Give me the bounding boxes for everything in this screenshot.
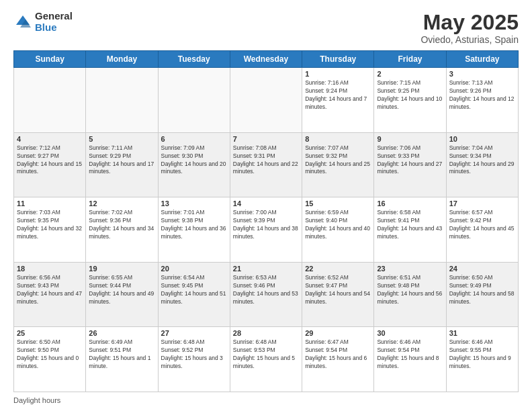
logo-general: General xyxy=(35,11,73,22)
cell-text: Sunrise: 6:49 AM Sunset: 9:51 PM Dayligh… xyxy=(89,338,154,371)
calendar-cell: 6Sunrise: 7:09 AM Sunset: 9:30 PM Daylig… xyxy=(158,132,230,197)
calendar-cell: 12Sunrise: 7:02 AM Sunset: 9:36 PM Dayli… xyxy=(86,197,158,263)
cell-text: Sunrise: 6:54 AM Sunset: 9:45 PM Dayligh… xyxy=(161,274,227,306)
calendar-header-row: SundayMondayTuesdayWednesdayThursdayFrid… xyxy=(14,51,519,68)
cell-text: Sunrise: 6:59 AM Sunset: 9:40 PM Dayligh… xyxy=(305,209,371,241)
calendar-header-saturday: Saturday xyxy=(446,51,518,68)
day-number: 17 xyxy=(449,199,515,208)
cell-text: Sunrise: 6:55 AM Sunset: 9:44 PM Dayligh… xyxy=(89,274,154,306)
day-number: 4 xyxy=(17,135,83,143)
cell-text: Sunrise: 7:09 AM Sunset: 9:30 PM Dayligh… xyxy=(161,144,227,177)
calendar-cell: 24Sunrise: 6:50 AM Sunset: 9:49 PM Dayli… xyxy=(446,262,518,327)
calendar-cell: 8Sunrise: 7:07 AM Sunset: 9:32 PM Daylig… xyxy=(302,132,374,197)
day-number: 8 xyxy=(305,135,371,143)
day-number: 22 xyxy=(305,265,371,273)
calendar-cell: 1Sunrise: 7:16 AM Sunset: 9:24 PM Daylig… xyxy=(302,68,374,133)
day-number: 23 xyxy=(377,265,443,273)
cell-text: Sunrise: 7:03 AM Sunset: 9:35 PM Dayligh… xyxy=(17,209,83,241)
cell-text: Sunrise: 7:01 AM Sunset: 9:38 PM Dayligh… xyxy=(161,209,227,241)
day-number: 26 xyxy=(89,329,154,337)
calendar-cell: 20Sunrise: 6:54 AM Sunset: 9:45 PM Dayli… xyxy=(158,262,230,327)
day-number: 2 xyxy=(377,70,443,78)
cell-text: Sunrise: 6:52 AM Sunset: 9:47 PM Dayligh… xyxy=(305,274,371,306)
day-number: 21 xyxy=(233,265,299,273)
cell-text: Sunrise: 7:15 AM Sunset: 9:25 PM Dayligh… xyxy=(377,79,443,111)
cell-text: Sunrise: 6:48 AM Sunset: 9:52 PM Dayligh… xyxy=(161,338,227,371)
day-number: 30 xyxy=(377,329,443,337)
cell-text: Sunrise: 7:07 AM Sunset: 9:32 PM Dayligh… xyxy=(305,144,371,177)
cell-text: Sunrise: 6:50 AM Sunset: 9:49 PM Dayligh… xyxy=(449,274,515,306)
calendar-cell: 3Sunrise: 7:13 AM Sunset: 9:26 PM Daylig… xyxy=(446,68,518,133)
header: General Blue May 2025 Oviedo, Asturias, … xyxy=(13,11,519,45)
calendar-cell: 27Sunrise: 6:48 AM Sunset: 9:52 PM Dayli… xyxy=(158,327,230,392)
day-number: 16 xyxy=(377,199,443,208)
logo-icon xyxy=(13,13,32,32)
day-number: 6 xyxy=(161,135,227,143)
day-number: 12 xyxy=(89,199,154,208)
calendar-cell: 15Sunrise: 6:59 AM Sunset: 9:40 PM Dayli… xyxy=(302,197,374,263)
calendar-cell: 14Sunrise: 7:00 AM Sunset: 9:39 PM Dayli… xyxy=(230,197,302,263)
calendar-header-tuesday: Tuesday xyxy=(158,51,230,68)
calendar-header-sunday: Sunday xyxy=(14,51,86,68)
day-number: 28 xyxy=(233,329,299,337)
logo-blue: Blue xyxy=(35,22,73,34)
calendar-cell xyxy=(86,68,158,133)
cell-text: Sunrise: 7:11 AM Sunset: 9:29 PM Dayligh… xyxy=(89,144,154,177)
calendar-header-friday: Friday xyxy=(374,51,446,68)
calendar-cell: 5Sunrise: 7:11 AM Sunset: 9:29 PM Daylig… xyxy=(86,132,158,197)
calendar-week-3: 11Sunrise: 7:03 AM Sunset: 9:35 PM Dayli… xyxy=(14,197,519,263)
cell-text: Sunrise: 6:58 AM Sunset: 9:41 PM Dayligh… xyxy=(377,209,443,241)
calendar-cell: 21Sunrise: 6:53 AM Sunset: 9:46 PM Dayli… xyxy=(230,262,302,327)
cell-text: Sunrise: 6:57 AM Sunset: 9:42 PM Dayligh… xyxy=(449,209,515,241)
calendar-week-2: 4Sunrise: 7:12 AM Sunset: 9:27 PM Daylig… xyxy=(14,132,519,197)
cell-text: Sunrise: 7:16 AM Sunset: 9:24 PM Dayligh… xyxy=(305,79,371,111)
calendar-header-wednesday: Wednesday xyxy=(230,51,302,68)
calendar-cell: 7Sunrise: 7:08 AM Sunset: 9:31 PM Daylig… xyxy=(230,132,302,197)
footer: Daylight hours xyxy=(13,396,519,404)
calendar-cell: 9Sunrise: 7:06 AM Sunset: 9:33 PM Daylig… xyxy=(374,132,446,197)
cell-text: Sunrise: 6:47 AM Sunset: 9:54 PM Dayligh… xyxy=(305,338,371,371)
cell-text: Sunrise: 6:48 AM Sunset: 9:53 PM Dayligh… xyxy=(233,338,299,371)
calendar-cell xyxy=(14,68,86,133)
day-number: 15 xyxy=(305,199,371,208)
calendar-cell: 30Sunrise: 6:46 AM Sunset: 9:54 PM Dayli… xyxy=(374,327,446,392)
cell-text: Sunrise: 7:13 AM Sunset: 9:26 PM Dayligh… xyxy=(449,79,515,111)
cell-text: Sunrise: 6:46 AM Sunset: 9:54 PM Dayligh… xyxy=(377,338,443,371)
calendar-cell: 2Sunrise: 7:15 AM Sunset: 9:25 PM Daylig… xyxy=(374,68,446,133)
calendar-cell: 19Sunrise: 6:55 AM Sunset: 9:44 PM Dayli… xyxy=(86,262,158,327)
day-number: 24 xyxy=(449,265,515,273)
calendar-table: SundayMondayTuesdayWednesdayThursdayFrid… xyxy=(13,50,519,392)
day-number: 9 xyxy=(377,135,443,143)
calendar-week-5: 25Sunrise: 6:50 AM Sunset: 9:50 PM Dayli… xyxy=(14,327,519,392)
day-number: 13 xyxy=(161,199,227,208)
logo-text: General Blue xyxy=(35,11,73,33)
month-year: May 2025 xyxy=(420,11,519,34)
cell-text: Sunrise: 7:12 AM Sunset: 9:27 PM Dayligh… xyxy=(17,144,83,177)
calendar-cell: 26Sunrise: 6:49 AM Sunset: 9:51 PM Dayli… xyxy=(86,327,158,392)
day-number: 27 xyxy=(161,329,227,337)
calendar-cell: 25Sunrise: 6:50 AM Sunset: 9:50 PM Dayli… xyxy=(14,327,86,392)
day-number: 14 xyxy=(233,199,299,208)
calendar-cell: 22Sunrise: 6:52 AM Sunset: 9:47 PM Dayli… xyxy=(302,262,374,327)
daylight-label: Daylight hours xyxy=(13,396,60,404)
cell-text: Sunrise: 7:04 AM Sunset: 9:34 PM Dayligh… xyxy=(449,144,515,177)
calendar-cell: 17Sunrise: 6:57 AM Sunset: 9:42 PM Dayli… xyxy=(446,197,518,263)
cell-text: Sunrise: 7:06 AM Sunset: 9:33 PM Dayligh… xyxy=(377,144,443,177)
calendar-cell: 31Sunrise: 6:46 AM Sunset: 9:55 PM Dayli… xyxy=(446,327,518,392)
calendar-cell xyxy=(158,68,230,133)
calendar-cell xyxy=(230,68,302,133)
calendar-cell: 13Sunrise: 7:01 AM Sunset: 9:38 PM Dayli… xyxy=(158,197,230,263)
cell-text: Sunrise: 6:50 AM Sunset: 9:50 PM Dayligh… xyxy=(17,338,83,371)
cell-text: Sunrise: 6:46 AM Sunset: 9:55 PM Dayligh… xyxy=(449,338,515,371)
calendar-cell: 10Sunrise: 7:04 AM Sunset: 9:34 PM Dayli… xyxy=(446,132,518,197)
page: General Blue May 2025 Oviedo, Asturias, … xyxy=(0,0,532,411)
calendar-cell: 4Sunrise: 7:12 AM Sunset: 9:27 PM Daylig… xyxy=(14,132,86,197)
day-number: 5 xyxy=(89,135,154,143)
cell-text: Sunrise: 6:56 AM Sunset: 9:43 PM Dayligh… xyxy=(17,274,83,306)
day-number: 19 xyxy=(89,265,154,273)
day-number: 10 xyxy=(449,135,515,143)
calendar-cell: 28Sunrise: 6:48 AM Sunset: 9:53 PM Dayli… xyxy=(230,327,302,392)
cell-text: Sunrise: 6:53 AM Sunset: 9:46 PM Dayligh… xyxy=(233,274,299,306)
cell-text: Sunrise: 6:51 AM Sunset: 9:48 PM Dayligh… xyxy=(377,274,443,306)
day-number: 11 xyxy=(17,199,83,208)
